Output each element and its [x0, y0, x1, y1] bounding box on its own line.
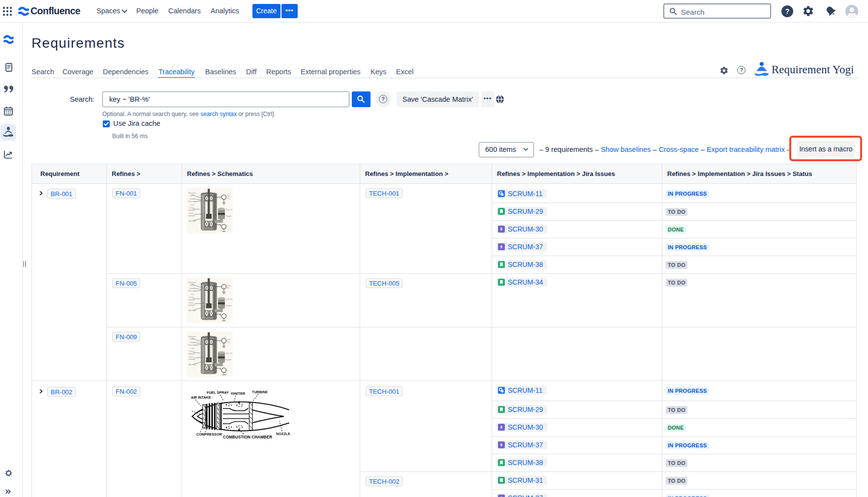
svg-text:TURBINE: TURBINE — [252, 390, 268, 394]
svg-text:Src: Src — [227, 287, 230, 289]
svg-text:Coil: Coil — [190, 347, 194, 350]
svg-text:Coil: Coil — [190, 204, 194, 206]
svg-text:MR fluid: MR fluid — [188, 309, 196, 312]
svg-text:Cylinder: Cylinder — [188, 214, 195, 217]
svg-text:Coil: Coil — [190, 293, 194, 295]
svg-text:MR fluid: MR fluid — [188, 220, 196, 222]
svg-text:NOZZLE: NOZZLE — [276, 432, 290, 436]
svg-text:Cylinder: Cylinder — [188, 298, 195, 301]
svg-text:Diaphr.: Diaphr. — [226, 215, 232, 217]
svg-text:Diaphr.: Diaphr. — [226, 358, 232, 361]
svg-text:MR fluid: MR fluid — [188, 363, 196, 366]
svg-text:IGNITER: IGNITER — [231, 391, 246, 396]
svg-text:Gas Ch.: Gas Ch. — [226, 352, 233, 354]
svg-text:Shell: Shell — [190, 194, 194, 197]
svg-text:Structure: Structure — [188, 290, 196, 292]
svg-text:Shell: Shell — [190, 284, 194, 286]
svg-text:Shell: Shell — [190, 338, 194, 340]
svg-text:Cylinder: Cylinder — [188, 304, 195, 306]
svg-text:Structure: Structure — [188, 344, 196, 346]
svg-text:COMBUSTION CHAMBER: COMBUSTION CHAMBER — [223, 435, 272, 439]
svg-text:Diaphr.: Diaphr. — [226, 304, 232, 307]
svg-text:Cylinder: Cylinder — [188, 358, 195, 360]
svg-text:Gas Ch.: Gas Ch. — [226, 298, 233, 300]
svg-text:COMPRESSOR: COMPRESSOR — [196, 432, 222, 437]
svg-text:AIR INTAKE: AIR INTAKE — [191, 395, 211, 400]
svg-text:Gas Ch.: Gas Ch. — [226, 208, 233, 211]
svg-text:Structure: Structure — [188, 200, 196, 203]
svg-text:Cylinder: Cylinder — [188, 352, 195, 355]
svg-text:Src: Src — [227, 341, 230, 343]
svg-text:Src: Src — [227, 197, 230, 200]
svg-text:Cylinder: Cylinder — [188, 209, 195, 211]
svg-text:FUEL SPRAY: FUEL SPRAY — [207, 390, 229, 395]
